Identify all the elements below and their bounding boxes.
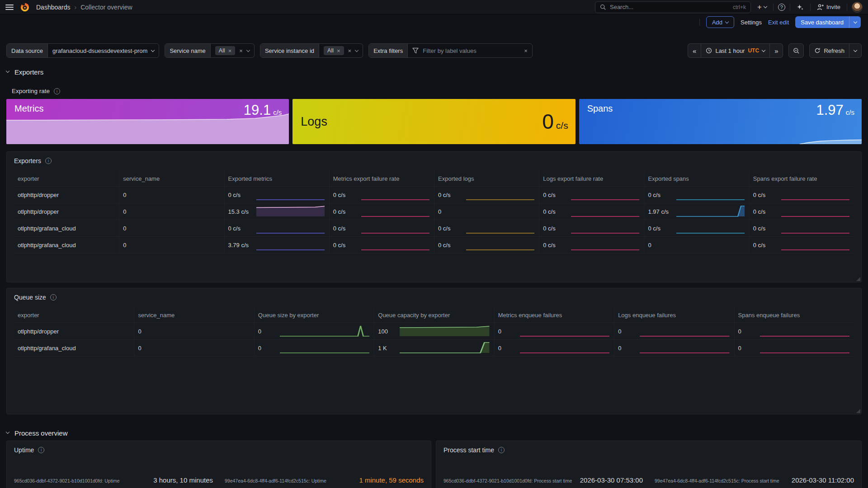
table-cell: 0 c/s bbox=[749, 187, 854, 203]
column-header[interactable]: Exported logs bbox=[434, 171, 539, 186]
table-cell: 0 c/s bbox=[434, 187, 539, 203]
chevron-down-icon bbox=[355, 48, 359, 52]
column-header[interactable]: Exported metrics bbox=[224, 171, 329, 186]
breadcrumb-separator-icon: › bbox=[75, 4, 77, 11]
info-icon[interactable]: i bbox=[38, 447, 44, 453]
column-header[interactable]: service_name bbox=[119, 171, 224, 186]
table-cell: 0 bbox=[119, 220, 224, 236]
table-cell: otlphttp/dropper bbox=[14, 323, 134, 339]
extra-filters-group[interactable]: Extra filters × bbox=[368, 43, 533, 58]
service-name-chip[interactable]: All × bbox=[215, 46, 236, 55]
stat-panel-spans[interactable]: Spans 1.97c/s bbox=[579, 99, 862, 144]
column-header[interactable]: exporter bbox=[14, 171, 119, 186]
info-icon[interactable]: i bbox=[498, 447, 505, 453]
remove-value-icon[interactable]: × bbox=[228, 48, 232, 54]
exporters-table-panel: Exporters i exporterservice_nameExported… bbox=[6, 151, 862, 282]
column-header[interactable]: Queue capacity by exporter bbox=[374, 307, 494, 323]
chevron-down-icon bbox=[6, 430, 9, 434]
add-panel-button[interactable]: Add bbox=[706, 16, 734, 28]
clear-filter-icon[interactable]: × bbox=[348, 48, 352, 54]
table-cell: 0 bbox=[119, 187, 224, 203]
section-process-overview[interactable]: Process overview bbox=[6, 428, 862, 438]
data-source-picker[interactable]: Data source grafanacloud-dsuessdevextest… bbox=[6, 43, 159, 58]
table-cell: 1 K bbox=[374, 340, 494, 356]
panel-title[interactable]: Exporters i bbox=[7, 152, 861, 168]
invite-button[interactable]: Invite bbox=[815, 4, 842, 11]
info-icon[interactable]: i bbox=[54, 88, 60, 94]
table-header-row: exporterservice_nameExported metricsMetr… bbox=[14, 171, 854, 186]
save-dashboard-button[interactable]: Save dashboard bbox=[795, 16, 849, 28]
stat-label: Logs bbox=[301, 115, 327, 129]
user-avatar[interactable] bbox=[852, 2, 863, 13]
panel-title[interactable]: Uptime i bbox=[7, 441, 431, 457]
label-filter-input[interactable] bbox=[423, 47, 520, 54]
sparkline bbox=[640, 341, 729, 355]
column-header[interactable]: Exported spans bbox=[644, 171, 749, 186]
add-new-button[interactable]: + bbox=[755, 3, 769, 11]
service-instance-filter[interactable]: Service instance id All × × bbox=[260, 43, 363, 58]
search-icon bbox=[600, 4, 606, 10]
column-header[interactable]: service_name bbox=[134, 307, 254, 323]
table-cell: 0 bbox=[134, 323, 254, 339]
column-header[interactable]: Spans export failure rate bbox=[749, 171, 854, 186]
series-value: 1 minute, 59 seconds bbox=[359, 476, 424, 484]
search-input[interactable] bbox=[610, 4, 729, 10]
remove-value-icon[interactable]: × bbox=[337, 48, 340, 54]
stat-panel-logs[interactable]: Logs 0c/s bbox=[292, 99, 575, 144]
menu-icon[interactable] bbox=[5, 5, 14, 10]
chevron-down-icon bbox=[762, 48, 765, 52]
breadcrumb: Dashboards › Collector overview bbox=[36, 4, 132, 11]
uptime-panel: Uptime i 965cd036-ddbf-4372-9021-b10d100… bbox=[6, 441, 431, 488]
panel-title[interactable]: Queue size i bbox=[7, 288, 861, 305]
save-options-button[interactable] bbox=[849, 16, 861, 28]
chevron-down-icon bbox=[853, 19, 857, 23]
service-instance-chip[interactable]: All × bbox=[324, 46, 344, 55]
column-header[interactable]: Metrics export failure rate bbox=[329, 171, 434, 186]
column-header[interactable]: Logs enqueue failures bbox=[614, 307, 734, 323]
clear-filter-icon[interactable]: × bbox=[524, 48, 528, 54]
data-source-label: Data source bbox=[7, 44, 48, 57]
table-cell: otlphttp/grafana_cloud bbox=[14, 237, 119, 253]
table-row: otlphttp/dropper00 c/s0 c/s0 c/s0 c/s0 c… bbox=[14, 186, 854, 203]
search-bar[interactable]: ctrl+k bbox=[595, 1, 751, 13]
breadcrumb-dashboards[interactable]: Dashboards bbox=[36, 4, 71, 11]
chevron-down-icon bbox=[764, 5, 767, 8]
stat-panel-metrics[interactable]: Metrics 19.1c/s bbox=[6, 99, 289, 144]
column-header[interactable]: exporter bbox=[14, 307, 134, 323]
settings-button[interactable]: Settings bbox=[741, 19, 762, 26]
section-exporters[interactable]: Exporters bbox=[6, 67, 862, 77]
series-name: 99e47ea4-6dc8-4ff4-adf6-114fcd2c515c: Pr… bbox=[655, 478, 779, 483]
column-header[interactable]: Metrics enqueue failures bbox=[494, 307, 614, 323]
column-header[interactable]: Queue size by exporter bbox=[254, 307, 374, 323]
column-header[interactable]: Spans enqueue failures bbox=[734, 307, 854, 323]
sparkline bbox=[256, 238, 325, 252]
table-cell: 0 bbox=[254, 323, 374, 339]
table-cell: 0 c/s bbox=[749, 237, 854, 253]
sparkline bbox=[520, 341, 609, 355]
refresh-interval-button[interactable] bbox=[849, 44, 861, 57]
time-range-picker[interactable]: Last 1 hour UTC bbox=[701, 44, 769, 57]
refresh-control: Refresh bbox=[809, 43, 862, 58]
table-row: otlphttp/grafana_cloud001 K000 bbox=[14, 339, 854, 357]
timezone-label: UTC bbox=[748, 47, 759, 54]
grafana-logo-icon[interactable] bbox=[20, 2, 30, 12]
sparkline bbox=[361, 238, 429, 252]
sparkline bbox=[571, 188, 639, 202]
help-icon[interactable]: ? bbox=[778, 4, 785, 11]
refresh-button[interactable]: Refresh bbox=[810, 44, 849, 57]
time-shift-back-button[interactable]: « bbox=[688, 44, 701, 57]
zoom-out-button[interactable] bbox=[788, 43, 804, 58]
info-icon[interactable]: i bbox=[50, 294, 57, 300]
table-cell: 0 c/s bbox=[539, 203, 644, 220]
exit-edit-button[interactable]: Exit edit bbox=[768, 19, 789, 26]
table-cell: 0 c/s bbox=[539, 220, 644, 236]
panel-title[interactable]: Process start time i bbox=[436, 441, 861, 457]
ai-assistant-button[interactable] bbox=[795, 4, 806, 11]
column-header[interactable]: Logs export failure rate bbox=[539, 171, 644, 186]
service-name-filter[interactable]: Service name All × × bbox=[165, 43, 255, 58]
time-shift-forward-button[interactable]: » bbox=[769, 44, 783, 57]
invite-label: Invite bbox=[826, 4, 840, 10]
info-icon[interactable]: i bbox=[45, 158, 52, 164]
table-cell: 0 bbox=[134, 340, 254, 356]
clear-filter-icon[interactable]: × bbox=[239, 48, 243, 54]
